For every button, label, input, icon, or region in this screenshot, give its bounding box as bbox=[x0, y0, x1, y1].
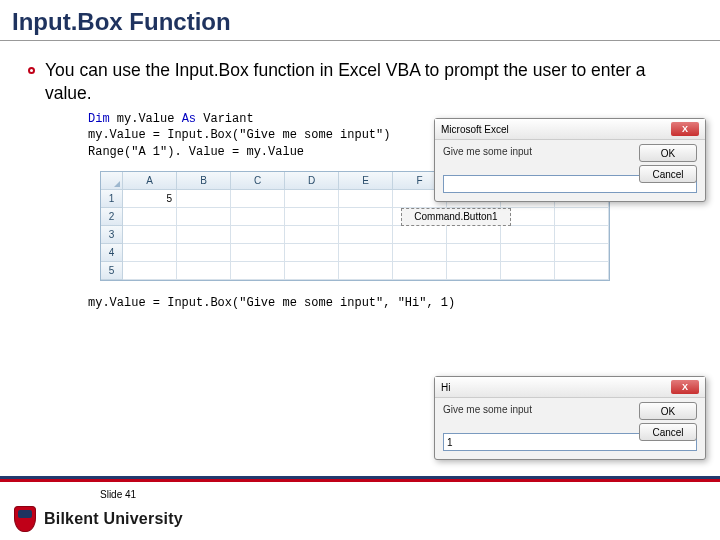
footer-rule bbox=[0, 476, 720, 482]
command-button[interactable]: Command.Button1 bbox=[401, 208, 511, 226]
cancel-button[interactable]: Cancel bbox=[639, 165, 697, 183]
cell[interactable] bbox=[231, 190, 285, 208]
cell[interactable] bbox=[339, 190, 393, 208]
dialog-titlebar: Microsoft Excel X bbox=[435, 119, 705, 140]
col-header[interactable]: C bbox=[231, 172, 285, 190]
cell[interactable] bbox=[177, 262, 231, 280]
grid-row: 4 bbox=[101, 244, 609, 262]
cell[interactable] bbox=[285, 190, 339, 208]
cell[interactable] bbox=[393, 244, 447, 262]
inputbox-dialog-2: Hi X Give me some input OK Cancel bbox=[434, 376, 706, 460]
col-header[interactable]: E bbox=[339, 172, 393, 190]
dialog-titlebar: Hi X bbox=[435, 377, 705, 398]
cell[interactable] bbox=[231, 262, 285, 280]
dialog-body: Give me some input OK Cancel bbox=[435, 140, 705, 201]
keyword-dim: Dim bbox=[88, 112, 110, 126]
cell[interactable] bbox=[501, 244, 555, 262]
close-icon[interactable]: X bbox=[671, 122, 699, 136]
code-line-3: Range("A 1"). Value = my.Value bbox=[88, 145, 304, 159]
col-header[interactable]: D bbox=[285, 172, 339, 190]
cell[interactable] bbox=[339, 226, 393, 244]
cell[interactable] bbox=[177, 244, 231, 262]
cell[interactable] bbox=[123, 244, 177, 262]
university-name: Bilkent University bbox=[44, 510, 183, 528]
row-header[interactable]: 5 bbox=[101, 262, 123, 280]
bullet-text: You can use the Input.Box function in Ex… bbox=[45, 59, 692, 105]
code-block-2: my.Value = Input.Box("Give me some input… bbox=[88, 295, 692, 312]
shield-icon bbox=[14, 506, 36, 532]
inputbox-dialog-1: Microsoft Excel X Give me some input OK … bbox=[434, 118, 706, 202]
row-header[interactable]: 2 bbox=[101, 208, 123, 226]
cell[interactable] bbox=[231, 208, 285, 226]
cell[interactable] bbox=[285, 208, 339, 226]
col-header[interactable]: A bbox=[123, 172, 177, 190]
cell[interactable] bbox=[177, 190, 231, 208]
cell[interactable] bbox=[447, 226, 501, 244]
cell[interactable] bbox=[231, 226, 285, 244]
dialog-body: Give me some input OK Cancel bbox=[435, 398, 705, 459]
footer-logo: Bilkent University bbox=[14, 506, 183, 532]
cell[interactable] bbox=[123, 262, 177, 280]
grid-row: 2 bbox=[101, 208, 609, 226]
grid-select-all[interactable] bbox=[101, 172, 123, 190]
col-header[interactable]: B bbox=[177, 172, 231, 190]
cell[interactable] bbox=[555, 208, 609, 226]
grid-row: 5 bbox=[101, 262, 609, 280]
cell[interactable] bbox=[285, 244, 339, 262]
slide-number: Slide 41 bbox=[100, 489, 136, 500]
cell[interactable] bbox=[285, 262, 339, 280]
cell[interactable] bbox=[177, 226, 231, 244]
cell[interactable] bbox=[339, 244, 393, 262]
cell[interactable] bbox=[123, 208, 177, 226]
dialog-title: Hi bbox=[441, 382, 450, 393]
cell[interactable] bbox=[393, 226, 447, 244]
code-text: Variant bbox=[196, 112, 254, 126]
cell[interactable] bbox=[393, 262, 447, 280]
cell[interactable] bbox=[447, 244, 501, 262]
cell[interactable] bbox=[339, 262, 393, 280]
bullet-item: You can use the Input.Box function in Ex… bbox=[28, 59, 692, 105]
cell[interactable] bbox=[123, 226, 177, 244]
row-header[interactable]: 3 bbox=[101, 226, 123, 244]
code-line-2: my.Value = Input.Box("Give me some input… bbox=[88, 128, 390, 142]
cell[interactable] bbox=[555, 244, 609, 262]
slide-title: Input.Box Function bbox=[0, 0, 720, 41]
row-header[interactable]: 4 bbox=[101, 244, 123, 262]
cell[interactable] bbox=[447, 262, 501, 280]
ok-button[interactable]: OK bbox=[639, 402, 697, 420]
dialog-title: Microsoft Excel bbox=[441, 124, 509, 135]
bullet-icon bbox=[28, 67, 35, 74]
cell[interactable] bbox=[555, 262, 609, 280]
keyword-as: As bbox=[182, 112, 196, 126]
close-icon[interactable]: X bbox=[671, 380, 699, 394]
cell[interactable] bbox=[555, 226, 609, 244]
cell[interactable] bbox=[501, 226, 555, 244]
cell[interactable] bbox=[501, 262, 555, 280]
cell[interactable] bbox=[177, 208, 231, 226]
cell-a1[interactable]: 5 bbox=[123, 190, 177, 208]
cell[interactable] bbox=[339, 208, 393, 226]
cell[interactable] bbox=[231, 244, 285, 262]
cancel-button[interactable]: Cancel bbox=[639, 423, 697, 441]
grid-row: 3 bbox=[101, 226, 609, 244]
cell[interactable] bbox=[285, 226, 339, 244]
ok-button[interactable]: OK bbox=[639, 144, 697, 162]
code-text: my.Value bbox=[110, 112, 182, 126]
row-header[interactable]: 1 bbox=[101, 190, 123, 208]
